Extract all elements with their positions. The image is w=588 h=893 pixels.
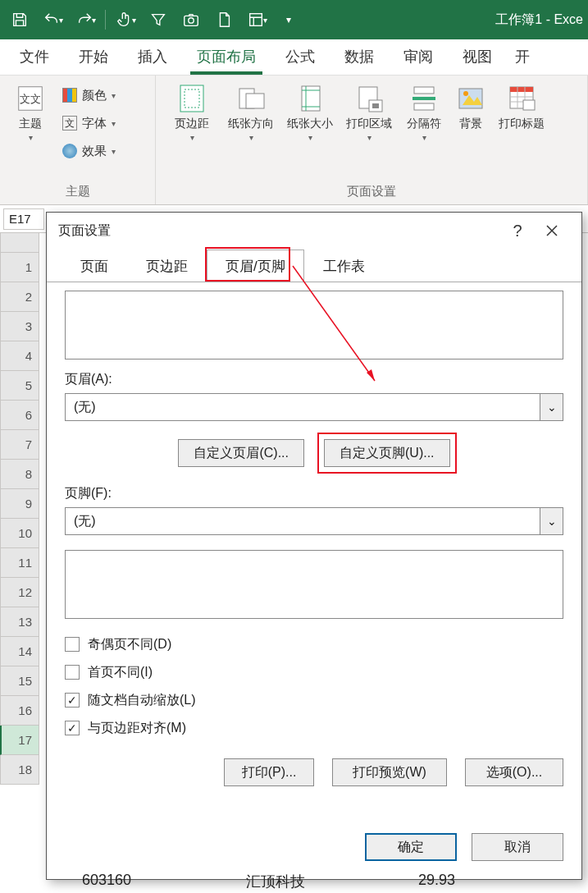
row-header[interactable]: 3	[0, 312, 39, 341]
ribbon-group-themes: 文文 主题 ▾ 颜色 ▾ 文字体 ▾ 效果 ▾ 主题	[0, 76, 156, 204]
name-box[interactable]: E17	[3, 208, 44, 230]
undo-icon[interactable]: ▾	[38, 5, 67, 34]
tab-formulas[interactable]: 公式	[271, 39, 330, 75]
row-header[interactable]: 4	[0, 341, 39, 371]
svg-text:文文: 文文	[20, 93, 41, 105]
row-header[interactable]: 18	[0, 755, 39, 785]
row-header[interactable]: 10	[0, 519, 39, 548]
redo-icon[interactable]: ▾	[71, 5, 100, 34]
row-header[interactable]: 13	[0, 607, 39, 637]
row-header[interactable]: 5	[0, 371, 39, 401]
filter-icon[interactable]	[144, 5, 173, 34]
svg-point-18	[463, 91, 468, 96]
ribbon: 文文 主题 ▾ 颜色 ▾ 文字体 ▾ 效果 ▾ 主题 页边距▾ 纸张方向▾	[0, 76, 588, 205]
custom-header-button[interactable]: 自定义页眉(C)...	[178, 439, 304, 467]
svg-rect-14	[414, 87, 434, 94]
tab-page-layout[interactable]: 页面布局	[182, 39, 271, 75]
stray-cell: 汇顶科技	[246, 872, 305, 891]
margins-button[interactable]: 页边距▾	[162, 80, 221, 142]
printarea-label: 打印区域	[346, 117, 392, 131]
size-button[interactable]: 纸张大小▾	[280, 80, 340, 142]
row-header[interactable]: 9	[0, 489, 39, 519]
row-header[interactable]: 11	[0, 548, 39, 578]
checkbox-firstpage[interactable]: 首页不同(I)	[65, 658, 563, 686]
checkbox-label: 与页边距对齐(M)	[88, 720, 186, 737]
help-icon[interactable]: ?	[501, 222, 534, 240]
select-all-corner[interactable]	[0, 233, 39, 253]
printarea-button[interactable]: 打印区域▾	[340, 80, 399, 142]
effects-icon	[62, 144, 77, 158]
camera-icon[interactable]	[176, 5, 206, 34]
tab-insert[interactable]: 插入	[123, 39, 182, 75]
print-button[interactable]: 打印(P)...	[224, 758, 314, 786]
background-button[interactable]: 背景	[449, 80, 492, 131]
print-preview-button[interactable]: 打印预览(W)	[332, 758, 447, 786]
row-header[interactable]: 15	[0, 666, 39, 696]
row-header[interactable]: 17	[0, 726, 39, 755]
customize-qat-icon[interactable]: ▾	[275, 5, 304, 34]
row-headers: 1 2 3 4 5 6 7 8 9 10 11 12 13 14 15 16 1…	[0, 233, 39, 785]
new-file-icon[interactable]	[209, 5, 239, 34]
checkbox-icon	[65, 637, 80, 652]
dialog-tab-margins[interactable]: 页边距	[127, 250, 207, 282]
titlebar: ▾ ▾ ▾ ▾ ▾ 工作簿1 - Exce	[0, 0, 588, 39]
form-icon[interactable]: ▾	[242, 5, 271, 34]
background-label: 背景	[459, 117, 482, 131]
breaks-button[interactable]: 分隔符▾	[399, 80, 449, 142]
ok-button[interactable]: 确定	[365, 833, 457, 861]
dialog-title: 页面设置	[58, 222, 501, 240]
size-label: 纸张大小	[287, 117, 333, 131]
printtitles-label: 打印标题	[499, 117, 545, 131]
tab-file[interactable]: 文件	[5, 39, 64, 75]
dialog-tab-page[interactable]: 页面	[62, 250, 127, 282]
tab-data[interactable]: 数据	[330, 39, 389, 75]
footer-label: 页脚(F):	[65, 485, 563, 502]
footer-combo[interactable]: (无) ⌄	[65, 507, 563, 535]
ribbon-tabs: 文件 开始 插入 页面布局 公式 数据 审阅 视图 开	[0, 39, 588, 76]
tab-view[interactable]: 视图	[448, 39, 507, 75]
themes-button[interactable]: 文文 主题 ▾	[7, 80, 54, 142]
touch-mode-icon[interactable]: ▾	[111, 5, 140, 34]
dialog-tab-sheet[interactable]: 工作表	[304, 250, 384, 282]
themes-label: 主题	[19, 117, 42, 131]
row-header[interactable]: 2	[0, 282, 39, 312]
ribbon-group-pagesetup: 页边距▾ 纸张方向▾ 纸张大小▾ 打印区域▾ 分隔符▾ 背景	[156, 76, 588, 204]
tab-review[interactable]: 审阅	[389, 39, 448, 75]
svg-rect-8	[246, 94, 264, 108]
group-label-pagesetup: 页面设置	[156, 181, 587, 204]
header-combo[interactable]: (无) ⌄	[65, 393, 563, 421]
checkbox-align[interactable]: ✓与页边距对齐(M)	[65, 714, 563, 742]
chevron-down-icon[interactable]: ⌄	[540, 393, 563, 421]
tab-home[interactable]: 开始	[64, 39, 123, 75]
row-header[interactable]: 14	[0, 637, 39, 666]
custom-footer-button[interactable]: 自定义页脚(U)...	[324, 439, 450, 467]
row-header[interactable]: 12	[0, 578, 39, 607]
chevron-down-icon[interactable]: ⌄	[540, 507, 563, 535]
dialog-tab-header-footer[interactable]: 页眉/页脚	[207, 250, 304, 282]
row-header[interactable]: 7	[0, 430, 39, 460]
cancel-button[interactable]: 取消	[472, 833, 563, 861]
save-icon[interactable]	[5, 5, 34, 34]
checkbox-scale[interactable]: ✓随文档自动缩放(L)	[65, 686, 563, 714]
orientation-button[interactable]: 纸张方向▾	[221, 80, 280, 142]
colors-button[interactable]: 颜色 ▾	[57, 84, 121, 107]
fonts-button[interactable]: 文字体 ▾	[57, 112, 121, 135]
footer-combo-value: (无)	[65, 507, 540, 535]
row-header[interactable]: 6	[0, 401, 39, 430]
header-combo-value: (无)	[65, 393, 540, 421]
svg-rect-13	[413, 97, 435, 100]
printtitles-button[interactable]: 打印标题	[492, 80, 551, 131]
row-header[interactable]: 8	[0, 460, 39, 489]
checkbox-oddeven[interactable]: 奇偶页不同(D)	[65, 630, 563, 658]
checkbox-icon	[65, 665, 80, 680]
chevron-down-icon: ▾	[29, 133, 33, 142]
close-icon[interactable]	[534, 214, 570, 247]
row-header[interactable]: 16	[0, 696, 39, 726]
options-button[interactable]: 选项(O)...	[465, 758, 563, 786]
row-header[interactable]: 1	[0, 253, 39, 282]
checkbox-label: 奇偶页不同(D)	[88, 636, 171, 653]
tab-extra[interactable]: 开	[507, 39, 530, 75]
svg-rect-2	[249, 14, 262, 26]
effects-button[interactable]: 效果 ▾	[57, 140, 121, 163]
background-icon	[454, 82, 487, 115]
